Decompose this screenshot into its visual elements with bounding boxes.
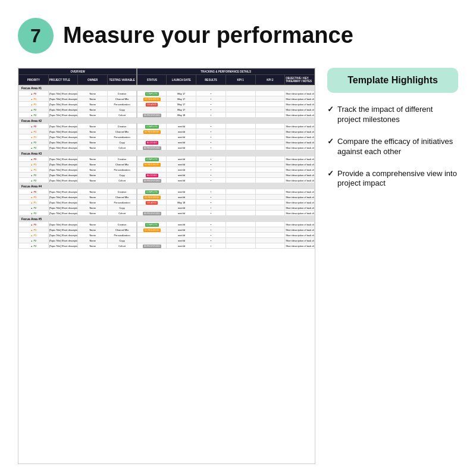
cell-status: IN PROGRESS [137, 129, 167, 134]
cell-title: [Topic Title] Short description [48, 233, 78, 238]
cell-owner: Name [78, 195, 108, 200]
cell-status: COMPLETE [137, 222, 167, 227]
cell-priority: ▲ P0 [19, 91, 49, 96]
cell-title: [Topic Title] Short description [48, 222, 78, 227]
cell-status: DELAYED [137, 200, 167, 205]
cell-status: DEPRIORITIZED [137, 112, 167, 118]
cell-kpi2 [255, 102, 285, 107]
cell-launch: mm/dd [167, 167, 196, 173]
cell-status: DEPRIORITIZED [137, 211, 167, 216]
cell-results: • [196, 178, 226, 183]
cell-results: • [196, 222, 226, 227]
cell-results: • [196, 91, 226, 96]
cell-priority: ▲ P2 [19, 173, 49, 178]
col-subheader-row: PRIORITY PROJECT TITLE OWNER TESTING VAR… [19, 75, 315, 85]
cell-kpi1 [226, 178, 255, 183]
cell-testing: Personalization [108, 200, 137, 205]
cell-kpi1 [226, 145, 255, 151]
cell-results: • [196, 162, 226, 167]
cell-owner: Name [78, 178, 108, 183]
cell-launch: mm/dd [167, 134, 196, 140]
cell-status: DEPRIORITIZED [137, 145, 167, 151]
table-row: ▲ P2 [Topic Title] Short description Nam… [19, 145, 315, 151]
cell-objective: Short description of task objective and/… [285, 107, 315, 112]
cell-results: • [196, 227, 226, 233]
cell-testing: Creative [108, 156, 137, 162]
cell-launch: mm/dd [167, 124, 196, 129]
cell-title: [Topic Title] Short description [48, 145, 78, 151]
cell-priority: ▲ P1 [19, 233, 49, 238]
cell-title: [Topic Title] Short description [48, 134, 78, 140]
cell-objective: Short description of task objective and/… [285, 173, 315, 178]
cell-launch: May 17 [167, 91, 196, 96]
cell-testing: Copy [108, 140, 137, 145]
cell-status: COMPLETE [137, 91, 167, 96]
cell-priority: ▲ P2 [19, 145, 49, 151]
cell-title: [Topic Title] Short description [48, 243, 78, 249]
cell-results: • [196, 200, 226, 205]
cell-owner: Name [78, 238, 108, 243]
cell-launch: mm/dd [167, 222, 196, 227]
cell-objective: Short description of task objective and/… [285, 112, 315, 118]
cell-priority: ▲ P2 [19, 205, 49, 211]
cell-objective: Short description of task objective and/… [285, 205, 315, 211]
cell-objective: Short description of task objective and/… [285, 140, 315, 145]
cell-kpi1 [226, 200, 255, 205]
table-row: ▲ P0 [Topic Title] Short description Nam… [19, 124, 315, 129]
cell-launch: mm/dd [167, 145, 196, 151]
page-container: 7 Measure your performance OVERVIEW TRAC… [0, 0, 476, 476]
table-row: ▲ P0 [Topic Title] Short description Nam… [19, 189, 315, 195]
cell-status: IN PROGRESS [137, 162, 167, 167]
cell-testing: Personalization [108, 134, 137, 140]
table-row: ▲ P1 [Topic Title] Short description Nam… [19, 162, 315, 167]
cell-title: [Topic Title] Short description [48, 96, 78, 102]
cell-kpi2 [255, 178, 285, 183]
table-row: ▲ P2 [Topic Title] Short description Nam… [19, 205, 315, 211]
cell-priority: ▲ P2 [19, 107, 49, 112]
cell-kpi2 [255, 189, 285, 195]
cell-kpi1 [226, 173, 255, 178]
cell-status: BLOCKED [137, 140, 167, 145]
highlights-box: Template Highlights [327, 68, 458, 93]
cell-testing: Cohort [108, 145, 137, 151]
cell-priority: ▲ P1 [19, 200, 49, 205]
table-row: ▲ P2 [Topic Title] Short description Nam… [19, 178, 315, 183]
cell-results: • [196, 134, 226, 140]
col-testing-header: TESTING VARIABLE [108, 75, 137, 85]
cell-owner: Name [78, 129, 108, 134]
cell-testing: Copy [108, 173, 137, 178]
cell-priority: ▲ P1 [19, 102, 49, 107]
cell-testing: Channel Mix [108, 129, 137, 134]
cell-status: IN PROGRESS [137, 96, 167, 102]
cell-launch: mm/dd [167, 227, 196, 233]
col-owner-header: OWNER [78, 75, 108, 85]
cell-owner: Name [78, 107, 108, 112]
cell-kpi2 [255, 129, 285, 134]
cell-title: [Topic Title] Short description [48, 167, 78, 173]
col-priority-header: PRIORITY [19, 75, 49, 85]
cell-status: DELAYED [137, 102, 167, 107]
cell-testing: Cohort [108, 243, 137, 249]
cell-priority: ▲ P2 [19, 178, 49, 183]
cell-launch: mm/dd [167, 238, 196, 243]
cell-kpi2 [255, 140, 285, 145]
page-title: Measure your performance [63, 23, 353, 48]
cell-owner: Name [78, 140, 108, 145]
cell-title: [Topic Title] Short description [48, 227, 78, 233]
cell-priority: ▲ P0 [19, 189, 49, 195]
table-row: ▲ P1 [Topic Title] Short description Nam… [19, 195, 315, 200]
col-status-header: STATUS [137, 75, 167, 85]
cell-title: [Topic Title] Short description [48, 200, 78, 205]
cell-owner: Name [78, 96, 108, 102]
table-row: ▲ P2 [Topic Title] Short description Nam… [19, 107, 315, 112]
cell-title: [Topic Title] Short description [48, 178, 78, 183]
cell-objective: Short description of task objective and/… [285, 156, 315, 162]
cell-launch: mm/dd [167, 211, 196, 216]
cell-kpi1 [226, 102, 255, 107]
cell-title: [Topic Title] Short description [48, 205, 78, 211]
cell-kpi1 [226, 211, 255, 216]
cell-results: • [196, 233, 226, 238]
cell-objective: Short description of task objective and/… [285, 243, 315, 249]
table-row: ▲ P1 [Topic Title] Short description Nam… [19, 200, 315, 205]
cell-priority: ▲ P0 [19, 222, 49, 227]
